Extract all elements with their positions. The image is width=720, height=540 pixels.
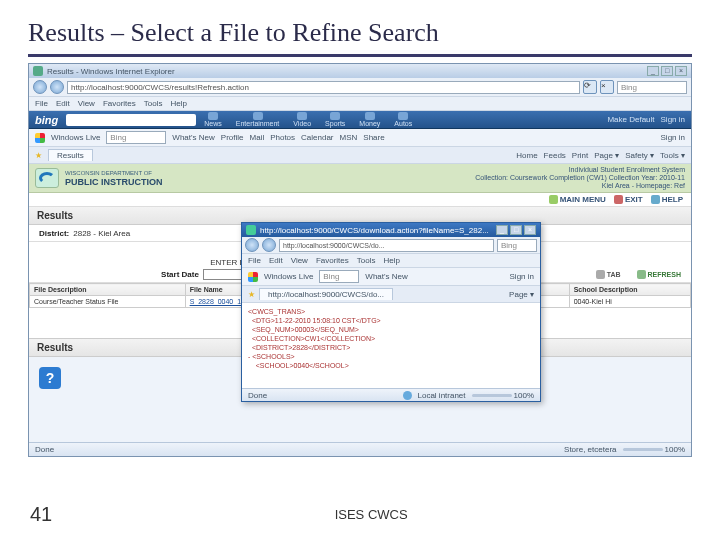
menu-file[interactable]: File — [35, 99, 48, 108]
bing-tab-video[interactable]: Video — [287, 112, 317, 127]
popup-wlive-signin[interactable]: Sign in — [510, 272, 534, 281]
menu-tools[interactable]: Tools — [144, 99, 163, 108]
windows-live-toolbar: Windows Live Bing What's New Profile Mai… — [29, 129, 691, 147]
dpi-banner: WISCONSIN DEPARTMENT OF PUBLIC INSTRUCTI… — [29, 164, 691, 193]
slide-title: Results – Select a File to Refine Search — [28, 18, 692, 57]
xml-popup-window: http://localhost:9000/CWCS/download.acti… — [241, 222, 541, 402]
menu-edit[interactable]: Edit — [56, 99, 70, 108]
wlive-calendar[interactable]: Calendar — [301, 133, 333, 142]
wlive-share[interactable]: Share — [363, 133, 384, 142]
favorites-icon[interactable]: ★ — [35, 151, 42, 160]
main-menu-link[interactable]: MAIN MENU — [549, 195, 606, 204]
popup-zoom[interactable]: 100% — [472, 391, 534, 400]
ises-scope: Kiel Area - Homepage: Ref — [475, 182, 685, 190]
wlive-whatsnew[interactable]: What's New — [172, 133, 214, 142]
bing-tab-news[interactable]: News — [198, 112, 228, 127]
popup-menu-help[interactable]: Help — [383, 256, 399, 265]
ises-collection: Collection: Coursework Completion (CW1) … — [475, 174, 685, 182]
popup-fwd[interactable] — [262, 238, 276, 252]
maximize-button[interactable]: □ — [661, 66, 673, 76]
tool-tools[interactable]: Tools ▾ — [660, 151, 685, 160]
wlive-photos[interactable]: Photos — [270, 133, 295, 142]
url-field[interactable]: http://localhost:9000/CWCS/results!Refre… — [67, 81, 580, 94]
wlive-signin[interactable]: Sign in — [661, 133, 685, 142]
popup-back[interactable] — [245, 238, 259, 252]
forward-button[interactable] — [50, 80, 64, 94]
cell-file-desc: Course/Teacher Status File — [30, 296, 186, 308]
stop-button[interactable]: × — [600, 80, 614, 94]
menu-favorites[interactable]: Favorites — [103, 99, 136, 108]
bing-tab-autos[interactable]: Autos — [388, 112, 418, 127]
popup-wlive-search[interactable]: Bing — [319, 270, 359, 283]
popup-search[interactable]: Bing — [497, 239, 537, 252]
popup-menu-tools[interactable]: Tools — [357, 256, 376, 265]
popup-wlive: Windows Live Bing What's New Sign in — [242, 268, 540, 286]
zoom-control[interactable]: 100% — [623, 445, 685, 454]
bing-toolbar: bing News Entertainment Video Sports Mon… — [29, 111, 691, 129]
back-button[interactable] — [33, 80, 47, 94]
dpi-name: PUBLIC INSTRUCTION — [65, 177, 163, 187]
popup-menu-view[interactable]: View — [291, 256, 308, 265]
tool-home[interactable]: Home — [516, 151, 537, 160]
status-extra: Store, etcetera — [564, 445, 616, 454]
bing-tab-sports[interactable]: Sports — [319, 112, 351, 127]
bing-tab-ent[interactable]: Entertainment — [230, 112, 286, 127]
dpi-logo — [35, 168, 59, 188]
minimize-button[interactable]: _ — [647, 66, 659, 76]
window-titlebar: Results - Windows Internet Explorer _ □ … — [29, 64, 691, 78]
bing-signin[interactable]: Sign in — [661, 115, 685, 124]
popup-wlive-label: Windows Live — [264, 272, 313, 281]
tab-results[interactable]: Results — [48, 149, 93, 161]
exit-link[interactable]: EXIT — [614, 195, 643, 204]
popup-titlebar: http://localhost:9000/CWCS/download.acti… — [242, 223, 540, 237]
bing-search-input[interactable] — [66, 114, 196, 126]
close-button[interactable]: × — [675, 66, 687, 76]
tab-button[interactable]: TAB — [596, 270, 621, 279]
bing-default[interactable]: Make Default — [607, 115, 654, 124]
popup-status-done: Done — [248, 391, 267, 400]
wlive-mail[interactable]: Mail — [249, 133, 264, 142]
slide-footer: 41 ISES CWCS — [0, 503, 720, 526]
popup-body: <CWCS_TRANS> <DTG>11-22-2010 15:08:10 CS… — [242, 303, 540, 389]
xml-content: <CWCS_TRANS> <DTG>11-22-2010 15:08:10 CS… — [248, 307, 534, 370]
popup-min-button[interactable]: _ — [496, 225, 508, 235]
popup-tab[interactable]: http://localhost:9000/CWCS/do... — [259, 288, 393, 300]
tool-print[interactable]: Print — [572, 151, 588, 160]
refresh-button[interactable]: REFRESH — [637, 270, 681, 279]
window-title: Results - Windows Internet Explorer — [47, 67, 175, 76]
status-done: Done — [35, 445, 54, 454]
popup-address-bar: http://localhost:9000/CWCS/do... Bing — [242, 237, 540, 254]
popup-zone: Local intranet — [418, 391, 466, 400]
tool-page[interactable]: Page ▾ — [594, 151, 619, 160]
wlive-msn[interactable]: MSN — [340, 133, 358, 142]
refresh-button[interactable]: ⟳ — [583, 80, 597, 94]
popup-menu-fav[interactable]: Favorites — [316, 256, 349, 265]
search-field[interactable]: Bing — [617, 81, 687, 94]
wlive-search[interactable]: Bing — [106, 131, 166, 144]
windows-live-icon — [248, 272, 258, 282]
menu-view[interactable]: View — [78, 99, 95, 108]
menu-help[interactable]: Help — [170, 99, 186, 108]
bing-tab-money[interactable]: Money — [353, 112, 386, 127]
popup-menu-file[interactable]: File — [248, 256, 261, 265]
popup-menu-edit[interactable]: Edit — [269, 256, 283, 265]
ises-title: Individual Student Enrollment System — [475, 166, 685, 174]
help-link[interactable]: HELP — [651, 195, 683, 204]
popup-fav-icon[interactable]: ★ — [248, 290, 255, 299]
popup-tool-page[interactable]: Page ▾ — [509, 290, 534, 299]
tool-feeds[interactable]: Feeds — [544, 151, 566, 160]
district-value: 2828 - Kiel Area — [73, 229, 130, 238]
tool-safety[interactable]: Safety ▾ — [625, 151, 654, 160]
wlive-profile[interactable]: Profile — [221, 133, 244, 142]
popup-max-button[interactable]: □ — [510, 225, 522, 235]
popup-close-button[interactable]: × — [524, 225, 536, 235]
col-file-desc[interactable]: File Description — [30, 284, 186, 296]
district-label: District: — [39, 229, 69, 238]
menu-bar: File Edit View Favorites Tools Help — [29, 97, 691, 111]
popup-title: http://localhost:9000/CWCS/download.acti… — [260, 226, 489, 235]
ie-window: Results - Windows Internet Explorer _ □ … — [28, 63, 692, 457]
col-school[interactable]: School Description — [569, 284, 690, 296]
popup-wlive-whatsnew[interactable]: What's New — [365, 272, 407, 281]
popup-url[interactable]: http://localhost:9000/CWCS/do... — [279, 239, 494, 252]
help-icon[interactable]: ? — [39, 367, 61, 389]
